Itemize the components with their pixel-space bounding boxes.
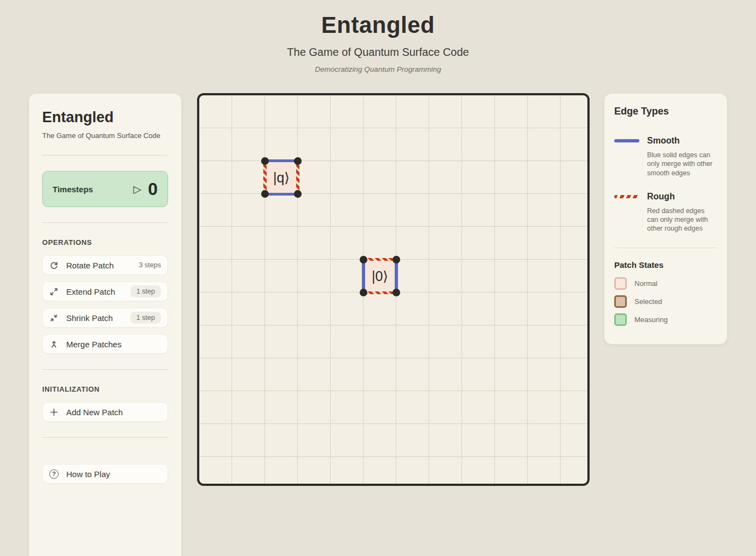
- patch-edge-right: [296, 161, 299, 194]
- timesteps-label: Timesteps: [53, 185, 134, 194]
- op-badge: 1 step: [130, 312, 161, 324]
- timesteps-panel: Timesteps ▷ 0: [42, 171, 168, 207]
- patch-edge-left: [263, 161, 267, 194]
- sidebar-title: Entangled: [42, 109, 168, 126]
- plus-icon: [49, 408, 59, 417]
- sidebar-subtitle: The Game of Quantum Surface Code: [42, 131, 168, 140]
- initialization-heading: INITIALIZATION: [42, 385, 168, 393]
- surface-patch[interactable]: |0⟩: [363, 260, 396, 293]
- divider: [42, 369, 168, 370]
- op-label: Extend Patch: [66, 287, 130, 296]
- add-new-patch-button[interactable]: Add New Patch: [42, 402, 168, 422]
- rotate-icon: [49, 261, 59, 270]
- help-icon: ?: [49, 469, 59, 479]
- legend-panel: Edge Types Smooth Blue solid edges can o…: [604, 93, 728, 345]
- op-label: Merge Patches: [66, 340, 161, 349]
- patch-corner-dot: [294, 157, 302, 165]
- timesteps-value: 0: [148, 179, 158, 199]
- measuring-state-swatch: [614, 313, 627, 326]
- shrink-icon: [49, 313, 59, 323]
- rough-edge-swatch: [614, 195, 639, 198]
- how-to-play-button[interactable]: ? How to Play: [42, 464, 168, 484]
- legend-heading: Edge Types: [614, 106, 717, 117]
- page-tagline: Democratizing Quantum Programming: [0, 65, 756, 73]
- legend-entry-smooth: Smooth Blue solid edges can only merge w…: [614, 136, 717, 177]
- patch-corner-dot: [261, 190, 269, 198]
- edge-type-description: Blue solid edges can only merge with oth…: [647, 151, 717, 177]
- merge-patches-button[interactable]: Merge Patches: [42, 334, 168, 354]
- divider: [614, 248, 717, 248]
- op-label: Add New Patch: [66, 408, 161, 417]
- patch-state-label: Normal: [634, 279, 657, 288]
- patch-label: |0⟩: [372, 268, 388, 284]
- surface-patch[interactable]: |q⟩: [265, 161, 298, 194]
- control-sidebar: Entangled The Game of Quantum Surface Co…: [28, 93, 182, 556]
- patch-corner-dot: [360, 256, 367, 263]
- divider: [42, 222, 168, 223]
- selected-state-swatch: [614, 295, 627, 308]
- shrink-patch-button[interactable]: Shrink Patch 1 step: [42, 308, 168, 328]
- op-badge: 3 steps: [139, 261, 161, 269]
- patch-edge-top: [265, 159, 298, 162]
- page-subtitle: The Game of Quantum Surface Code: [0, 46, 756, 59]
- patch-corner-dot: [360, 289, 367, 296]
- patch-corner-dot: [294, 190, 302, 198]
- patch-edge-right: [395, 260, 398, 293]
- legend-entry-rough: Rough Red dashed edges can only merge wi…: [614, 192, 717, 233]
- edge-type-name: Rough: [647, 192, 717, 202]
- patch-state-label: Measuring: [634, 316, 668, 324]
- patch-edge-top: [363, 258, 396, 261]
- op-label: Rotate Patch: [66, 261, 139, 270]
- normal-state-swatch: [614, 277, 627, 290]
- patch-corner-dot: [393, 289, 400, 296]
- patch-edge-bottom: [363, 291, 396, 294]
- op-label: How to Play: [66, 469, 161, 479]
- edge-type-name: Smooth: [647, 136, 717, 146]
- divider: [42, 437, 168, 438]
- smooth-edge-swatch: [614, 139, 639, 142]
- patch-edge-bottom: [265, 193, 298, 196]
- patch-edge-left: [362, 260, 365, 293]
- rotate-patch-button[interactable]: Rotate Patch 3 steps: [42, 255, 168, 275]
- patch-state-label: Selected: [634, 297, 662, 306]
- patch-states-heading: Patch States: [614, 260, 717, 270]
- surface-code-board[interactable]: |q⟩ |0⟩: [197, 93, 590, 486]
- op-label: Shrink Patch: [66, 313, 130, 323]
- patch-corner-dot: [393, 256, 400, 263]
- patch-state-normal: Normal: [614, 277, 717, 290]
- merge-icon: [49, 340, 59, 349]
- play-icon[interactable]: ▷: [134, 183, 142, 196]
- extend-patch-button[interactable]: Extend Patch 1 step: [42, 282, 168, 301]
- patch-state-measuring: Measuring: [614, 313, 717, 326]
- page-header: Entangled The Game of Quantum Surface Co…: [0, 0, 756, 73]
- operations-heading: OPERATIONS: [42, 238, 168, 247]
- patch-label: |q⟩: [273, 170, 290, 186]
- extend-icon: [49, 287, 59, 296]
- divider: [42, 155, 168, 156]
- page-title: Entangled: [0, 12, 756, 38]
- op-badge: 1 step: [130, 285, 161, 297]
- edge-type-description: Red dashed edges can only merge with oth…: [647, 207, 717, 233]
- patch-state-selected: Selected: [614, 295, 717, 308]
- patch-corner-dot: [261, 157, 269, 165]
